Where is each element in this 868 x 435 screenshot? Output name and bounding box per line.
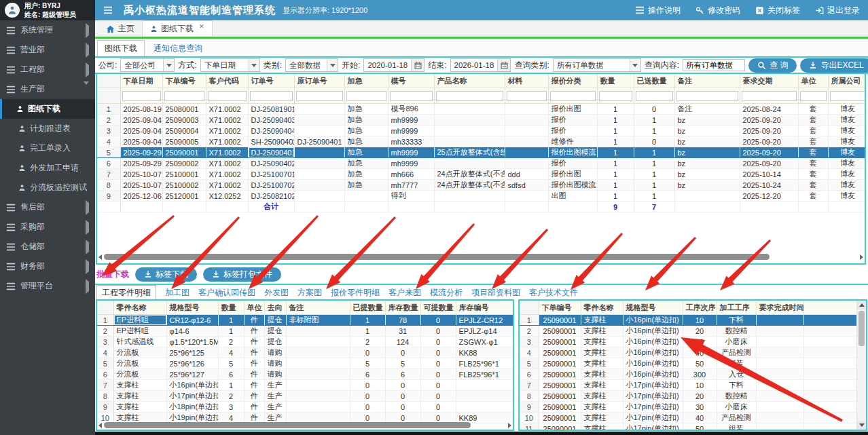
subtab-drawing-download[interactable]: 图纸下载 [97, 40, 145, 57]
sidebar-subitem-分流板温控测试[interactable]: 分流板温控测试 [0, 178, 95, 197]
detail-tab-工程零件明细[interactable]: 工程零件明细 [96, 285, 156, 301]
column-filter-input[interactable] [830, 91, 866, 101]
column-filter-input[interactable] [599, 91, 632, 101]
column-filter-input[interactable] [390, 91, 433, 101]
search-button[interactable]: 查 询 [748, 58, 797, 73]
sidebar-item-3[interactable]: 生产部 [0, 79, 95, 99]
table-row[interactable]: 425090001支撑柱小16pin(单边扣)40产品检测 [520, 347, 857, 358]
tab-drawing-download[interactable]: 图纸下载 ✕ [142, 20, 213, 37]
column-filter-input[interactable] [800, 91, 827, 101]
column-filter-input[interactable] [742, 91, 797, 101]
table-row[interactable]: 9支撑柱小18pin(单边扣)3件生产000 [97, 402, 513, 413]
detail-tab-报价零件明细[interactable]: 报价零件明细 [331, 287, 380, 299]
table-row[interactable]: 2EP进料咀φ14-61件提仓1310EPJLZ-φ14 [97, 326, 513, 337]
table-row[interactable]: 825090001支撑柱小17pin(单边扣)20数控精 [520, 391, 857, 402]
end-date-input[interactable]: 2026-01-18 [450, 58, 511, 72]
table-row[interactable]: 4分流板25*96*1254件请购000KK88 [97, 347, 513, 358]
table-row[interactable]: 1025090001支撑柱小17pin(单边扣)40产品检测 [520, 413, 857, 423]
detail-tab-客户来图[interactable]: 客户来图 [388, 287, 421, 299]
table-row[interactable]: 125090001支撑柱小16pin(单边扣)10下料 [520, 315, 857, 326]
column-filter-input[interactable] [250, 91, 293, 101]
calendar-icon[interactable] [497, 59, 510, 71]
table-row[interactable]: 725090001支撑柱小17pin(单边扣)10下料 [520, 380, 857, 391]
tag-package-button[interactable]: 标签打包文件 [203, 267, 281, 282]
table-row[interactable]: 12025-08-1925080001X71.0002DJ-25081901加急… [97, 104, 866, 115]
help-button[interactable]: 操作说明 [635, 5, 681, 16]
tab-home[interactable]: 主页 [98, 21, 142, 37]
table-row[interactable]: 72025-10-0725100001X71.0002DJ-25100701加急… [97, 169, 866, 180]
close-tab-button[interactable]: 关闭标签 [755, 5, 800, 16]
sidebar-subitem-外发加工申请[interactable]: 外发加工申请 [0, 158, 95, 178]
scroll-right-icon[interactable] [860, 254, 863, 260]
close-icon[interactable]: ✕ [199, 23, 204, 30]
column-filter-input[interactable] [122, 91, 161, 101]
table-row[interactable]: 5分流板25*96*1265件请购550FLB25*96*1 [97, 358, 513, 369]
detail-tab-加工图[interactable]: 加工图 [165, 287, 189, 299]
table-row[interactable]: 8支撑柱小17pin(单边扣)2件生产000 [97, 391, 513, 402]
batch-download-link[interactable]: 批量下载 [96, 269, 129, 280]
table-row[interactable]: 225090001支撑柱小16pin(单边扣)20数控精 [520, 326, 857, 337]
sidebar-item-4[interactable]: 售后部 [0, 197, 95, 217]
table-row[interactable]: 3针式感温线φ1.5*120*1.5M2件提仓21240ZSGWX-φ1 [97, 337, 513, 347]
table-row[interactable]: 82025-10-0725100002X71.0002DJ-25100702加急… [97, 180, 866, 191]
column-filter-input[interactable] [164, 91, 204, 101]
export-excel-button[interactable]: 导出EXCEL [800, 58, 868, 73]
scrollbar-thumb[interactable] [858, 311, 865, 346]
query-content-input[interactable] [683, 59, 745, 71]
detail-tab-方案图[interactable]: 方案图 [297, 287, 322, 299]
column-filter-input[interactable] [676, 91, 738, 101]
table-row[interactable]: 1125090001支撑柱小17pin(单边扣)50组装 [520, 423, 857, 432]
scroll-up-icon[interactable] [857, 301, 866, 309]
column-filter-input[interactable] [636, 91, 673, 101]
table-row[interactable]: 92025-12-0625120001X12.0252DJ-25082102得到… [97, 191, 866, 202]
detail-tab-客户技术文件[interactable]: 客户技术文件 [529, 287, 578, 299]
table-row[interactable]: 325090001支撑柱小16pin(单边扣)30小磨床 [520, 337, 857, 347]
category-select[interactable]: 全部数据 [285, 58, 338, 72]
scroll-left-icon[interactable] [98, 254, 102, 260]
column-filter-input[interactable] [436, 91, 503, 101]
subtab-notification-query[interactable]: 通知信息查询 [147, 41, 209, 56]
mode-select[interactable]: 下单日期 [200, 58, 260, 72]
table-row[interactable]: 7支撑柱小16pin(单边扣)1件生产000 [97, 380, 513, 391]
column-filter-input[interactable] [208, 91, 247, 101]
detail-tab-模流分析[interactable]: 模流分析 [430, 287, 463, 299]
sidebar-subitem-完工单录入[interactable]: 完工单录入 [0, 138, 95, 158]
scroll-left-icon[interactable] [98, 423, 102, 428]
change-password-button[interactable]: 修改密码 [695, 5, 740, 16]
sidebar-item-8[interactable]: 管理平台 [0, 276, 95, 296]
sidebar-item-7[interactable]: 财务部 [0, 257, 95, 276]
table-row[interactable]: 32025-09-0425090004X71.0002DJ-25090404加急… [97, 126, 866, 136]
table-row[interactable]: 62025-09-2925090002X71.0002DJ-25090402加急… [97, 158, 866, 169]
sidebar-item-2[interactable]: 工程部 [0, 60, 95, 79]
column-filter-input[interactable] [296, 91, 343, 101]
start-date-input[interactable]: 2020-01-18 [363, 58, 424, 72]
company-select[interactable]: 全部公司 [120, 58, 175, 72]
detail-tab-项目部资料图[interactable]: 项目部资料图 [471, 287, 520, 299]
table-row[interactable]: 6分流板25*96*1276件请购660FLB25*96*1 [97, 369, 513, 380]
sidebar-subitem-计划跟进表[interactable]: 计划跟进表 [0, 119, 95, 138]
table-row[interactable]: 925090001支撑柱小17pin(单边扣)30小磨床 [520, 402, 857, 413]
table-row[interactable]: 52025-09-2925090001X71.0002DJ-25090401加急… [97, 147, 866, 158]
table-row[interactable]: 22025-09-0425090003X71.0002DJ-25090403加急… [97, 115, 866, 126]
table-row[interactable]: 525090001支撑柱小16pin(单边扣)50组装 [520, 358, 857, 369]
query-type-select[interactable]: 所有订单数据 [553, 58, 641, 72]
sidebar-item-6[interactable]: 仓储部 [0, 237, 95, 257]
calendar-icon[interactable] [411, 59, 424, 71]
column-filter-input[interactable] [550, 91, 596, 101]
vertical-scrollbar[interactable] [856, 301, 866, 430]
sidebar-subitem-图纸下载[interactable]: 图纸下载 [0, 99, 95, 119]
table-row[interactable]: 625090001支撑柱小16pin(单边扣)300入仓 [520, 369, 857, 380]
scroll-right-icon[interactable] [508, 423, 511, 428]
detail-tab-外发图[interactable]: 外发图 [264, 287, 289, 299]
logout-button[interactable]: 退出登录 [815, 5, 860, 16]
column-filter-input[interactable] [346, 91, 386, 101]
column-filter-input[interactable] [507, 91, 547, 101]
scroll-down-icon[interactable] [857, 421, 866, 430]
scrollbar-thumb[interactable] [104, 422, 471, 428]
table-row[interactable]: 42025-09-0425090005X71.0002SH-25090402DJ… [97, 136, 866, 147]
horizontal-scrollbar[interactable] [98, 253, 863, 261]
scrollbar-thumb[interactable] [104, 254, 770, 260]
tag-download-button[interactable]: 标签下载 [135, 267, 197, 282]
horizontal-scrollbar[interactable] [98, 421, 511, 429]
detail-tab-客户确认回传图[interactable]: 客户确认回传图 [198, 287, 255, 299]
